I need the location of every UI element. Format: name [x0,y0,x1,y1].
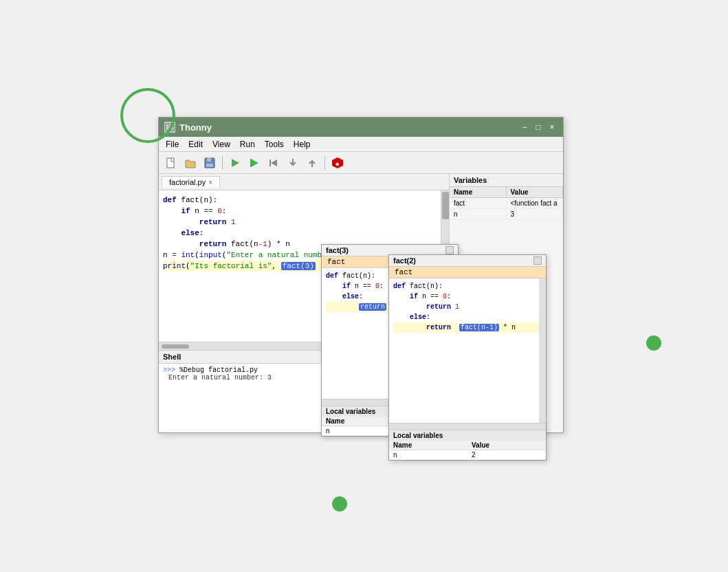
minimize-button[interactable]: − [519,122,530,133]
fact2-code-line-2: if n == 0: [393,292,542,302]
menu-tools[interactable]: Tools [261,138,288,151]
var-name-fact: fact [450,198,507,208]
title-bar: Thonny − □ × [159,118,563,137]
stop-button[interactable]: ■ [329,155,346,171]
svg-rect-3 [167,158,174,168]
svg-rect-6 [206,164,213,167]
fact2-var-name-header: Name [389,441,467,450]
variables-table-header: Name Value [450,187,563,198]
tab-close-icon[interactable]: × [208,179,212,186]
code-line-1: def fact(n): [163,195,445,206]
code-line-3: return 1 [163,217,445,228]
fact3-var-name-n: n [322,426,390,435]
var-name-n: n [450,209,507,219]
fact2-scrollbar-x[interactable] [389,423,546,430]
maximize-button[interactable]: □ [533,122,544,133]
fact2-code: def fact(n): if n == 0: return 1 else: r… [389,278,546,423]
step-into-button[interactable] [285,155,301,171]
debug-button[interactable] [246,155,263,171]
annotation-dot-bottom [332,496,347,512]
svg-rect-5 [207,158,211,162]
menu-bar: File Edit View Run Tools Help [159,137,563,152]
fact2-func-label: fact [389,267,546,278]
fact2-vars-header: Name Value [389,441,546,450]
fact3-title: fact(3) [326,246,349,254]
window-title: Thonny [179,122,212,133]
fact2-title-bar: fact(2) [389,255,546,267]
new-file-button[interactable] [163,155,179,171]
variables-panel-title: Variables [450,174,563,187]
svg-marker-10 [271,160,277,166]
var-row-n: n 3 [450,209,563,220]
fact2-local-title: Local variables [389,430,546,441]
fact2-var-value-header: Value [467,441,546,450]
menu-view[interactable]: View [208,138,234,151]
fact2-local-vars: Local variables Name Value n 2 [389,430,546,460]
fact3-var-name-header: Name [322,417,390,426]
fact2-var-row-n: n 2 [389,450,546,460]
code-line-2: if n == 0: [163,206,445,217]
fact2-popup: fact(2) fact def fact(n): if n == 0: ret… [388,254,547,461]
menu-file[interactable]: File [162,138,183,151]
code-line-4: else: [163,228,445,239]
save-button[interactable] [201,155,218,171]
menu-help[interactable]: Help [289,138,315,151]
var-value-fact: <function fact a [507,198,564,208]
tab-filename: factorial.py [169,178,206,186]
fact2-code-line-1: def fact(n): [393,281,542,292]
fact2-code-line-4: else: [393,312,542,322]
shell-command: %Debug factorial.py [179,366,258,374]
var-name-header: Name [450,187,507,197]
annotation-circle [120,88,175,143]
svg-marker-8 [251,159,258,167]
menu-run[interactable]: Run [236,138,259,151]
fact2-var-name-n: n [389,450,467,459]
fact2-close-button[interactable] [533,256,542,265]
annotation-dot-right [646,336,661,351]
menu-edit[interactable]: Edit [184,138,207,151]
window-controls: − □ × [519,122,558,133]
fact2-code-line-3: return 1 [393,302,542,312]
fact3-close-button[interactable] [445,246,454,254]
fact2-code-line-5: return fact(n-1) * n [393,322,542,333]
var-value-header: Value [507,187,564,197]
open-file-button[interactable] [182,155,199,171]
svg-marker-7 [232,159,239,167]
step-back-button[interactable] [265,155,282,171]
fact2-title: fact(2) [393,256,416,265]
fact2-scrollbar-y[interactable] [539,278,546,423]
editor-tab[interactable]: factorial.py × [162,176,220,188]
run-button[interactable] [227,155,243,171]
svg-text:■: ■ [336,161,340,167]
tab-bar: factorial.py × [159,174,449,190]
step-out-button[interactable] [304,155,320,171]
toolbar-separator-2 [324,156,325,170]
toolbar: ■ [159,152,563,174]
close-button[interactable]: × [547,122,558,133]
toolbar-separator-1 [222,156,223,170]
fact2-var-value-n: 2 [467,450,546,459]
var-row-fact: fact <function fact a [450,198,563,209]
var-value-n: 3 [507,209,564,219]
shell-prompt: >>> [163,366,179,374]
